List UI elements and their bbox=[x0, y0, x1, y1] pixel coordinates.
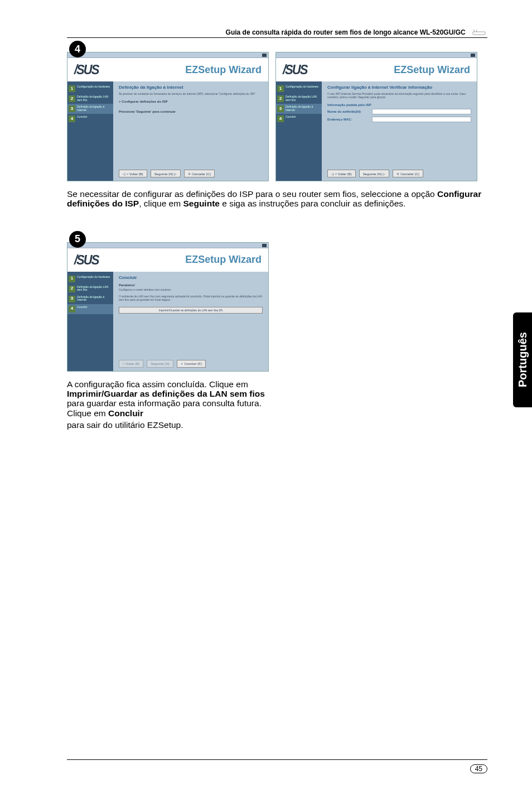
titlebar bbox=[276, 52, 477, 58]
mac-input[interactable] bbox=[372, 117, 471, 122]
content-text: O seu ISP (Internet Service Provider) po… bbox=[327, 92, 471, 99]
back-button: < Voltar (B) bbox=[119, 360, 143, 368]
wizard-content: Definição da ligação à Internet Se preci… bbox=[113, 81, 268, 181]
cancel-button[interactable]: ✕ Cancelar (C) bbox=[184, 170, 215, 177]
asus-logo: /SUS bbox=[283, 62, 307, 78]
wizard-sidebar: 1Configuração do hardware 2Definição da … bbox=[276, 81, 322, 181]
router-icon bbox=[472, 29, 487, 36]
hostname-input[interactable] bbox=[372, 109, 471, 114]
header-title: Guia de consulta rápida do router sem fi… bbox=[226, 28, 466, 36]
content-heading: Configurar ligação à Internet Verificar … bbox=[327, 85, 471, 90]
wizard-content: Concluir Parabéns! Configurou o router w… bbox=[113, 272, 268, 371]
cancel-button[interactable]: ✕ Cancelar (C) bbox=[393, 170, 423, 177]
wizard-title: EZSetup Wizard bbox=[185, 64, 262, 76]
wizard-screenshot-5: /SUS EZSetup Wizard 1Configuração do har… bbox=[67, 242, 269, 372]
isp-info-label: Informação pedida pelo ISP bbox=[327, 103, 372, 107]
wizard-content: Configurar ligação à Internet Verificar … bbox=[322, 81, 477, 181]
titlebar bbox=[67, 52, 268, 58]
page-header: Guia de consulta rápida do router sem fi… bbox=[67, 28, 487, 38]
wizard-sidebar: 1Configuração do hardware 2Definição da … bbox=[67, 81, 113, 181]
back-button[interactable]: ◁ < Voltar (B) bbox=[327, 170, 356, 177]
svg-rect-0 bbox=[473, 32, 485, 35]
titlebar bbox=[67, 243, 268, 248]
content-text: Se precisar de contactar ao fornecedor d… bbox=[119, 92, 263, 95]
language-tab: Português bbox=[513, 312, 532, 407]
option-config-isp[interactable]: > Configurar definições do ISP bbox=[119, 100, 263, 103]
paragraph-step5: A configuração fica assim concluída. Cli… bbox=[67, 379, 279, 418]
next-button[interactable]: Seguinte (N) ▷ bbox=[151, 170, 181, 177]
page-number: 45 bbox=[470, 764, 487, 773]
mac-label: Endereço MAC: bbox=[327, 118, 372, 121]
finish-button[interactable]: ✓ Concluir (F) bbox=[177, 360, 206, 368]
wizard-screenshot-4b: /SUS EZSetup Wizard 1Configuração do har… bbox=[275, 52, 477, 181]
wizard-sidebar: 1Configuração do hardware 2Definição da … bbox=[67, 272, 113, 371]
paragraph-step4: Se necessitar de configurar as definiçõe… bbox=[67, 189, 487, 209]
paragraph-step5b: para sair do utilitário EZSetup. bbox=[67, 420, 279, 430]
congrats-text: Parabéns! bbox=[119, 283, 263, 287]
back-button[interactable]: ◁ < Voltar (B) bbox=[119, 170, 147, 177]
asus-logo: /SUS bbox=[74, 252, 98, 268]
page-footer: 45 bbox=[67, 759, 487, 773]
content-heading: Concluir bbox=[119, 275, 263, 280]
wizard-screenshot-4a: /SUS EZSetup Wizard 1Configuração do har… bbox=[67, 52, 269, 181]
asus-logo: /SUS bbox=[74, 62, 98, 78]
svg-line-1 bbox=[473, 30, 475, 32]
hostname-label: Nome do anfitrião(H): bbox=[327, 110, 372, 113]
wizard-title: EZSetup Wizard bbox=[185, 254, 262, 266]
step-badge-4: 4 bbox=[69, 41, 86, 57]
info-text: O ambiente de LAN sem fios com segurança… bbox=[119, 295, 263, 301]
svg-line-2 bbox=[476, 30, 477, 32]
content-heading: Definição da ligação à Internet bbox=[119, 85, 263, 90]
success-text: Configurou o router wireless com sucesso… bbox=[119, 288, 263, 291]
step-badge-5: 5 bbox=[69, 231, 86, 248]
instruction-text: Pressione 'Seguinte' para continuar bbox=[119, 110, 263, 113]
print-save-button[interactable]: Imprimir/Guardar as definições da LAN se… bbox=[119, 307, 263, 314]
next-button: Seguinte (N) bbox=[147, 360, 173, 368]
next-button[interactable]: Seguinte (N) ▷ bbox=[359, 170, 389, 177]
wizard-title: EZSetup Wizard bbox=[394, 64, 470, 76]
